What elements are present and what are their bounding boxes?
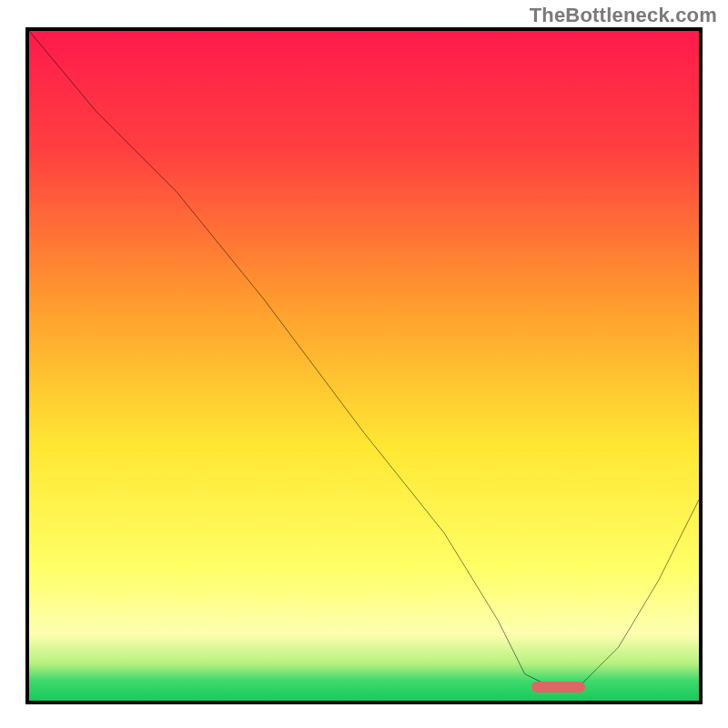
highlight-marker: [531, 682, 585, 693]
bottleneck-chart: TheBottleneck.com: [0, 0, 728, 728]
chart-line: [29, 31, 699, 701]
watermark-text: TheBottleneck.com: [530, 4, 717, 27]
plot-area: [25, 27, 703, 704]
